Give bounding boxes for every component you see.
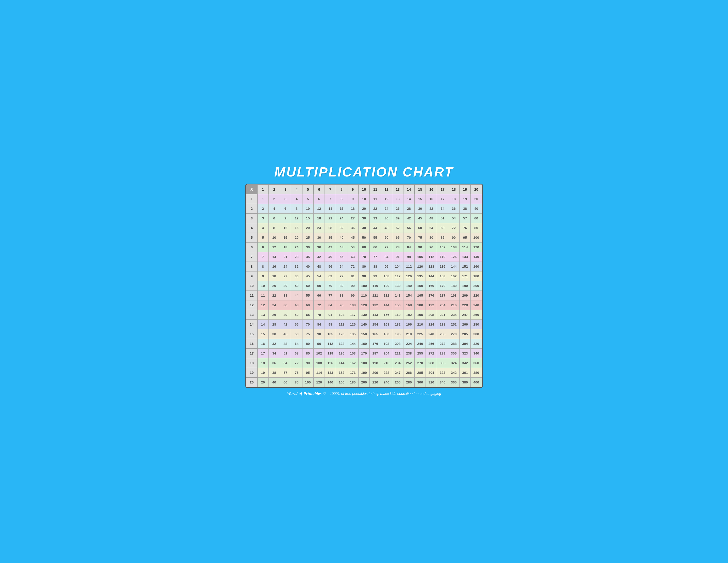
cell-14-7: 98 bbox=[325, 320, 336, 330]
cell-1-1: 1 bbox=[257, 194, 268, 204]
cell-12-16: 192 bbox=[426, 301, 437, 310]
cell-6-12: 72 bbox=[381, 242, 392, 252]
cell-6-5: 30 bbox=[302, 242, 313, 252]
cell-1-12: 12 bbox=[381, 194, 392, 204]
cell-13-16: 208 bbox=[426, 310, 437, 320]
cell-9-16: 144 bbox=[426, 271, 437, 281]
cell-1-16: 16 bbox=[426, 194, 437, 204]
page-wrapper: MULTIPLICATION CHART X123456789101112131… bbox=[240, 160, 488, 403]
cell-6-9: 54 bbox=[347, 242, 358, 252]
cell-2-17: 34 bbox=[437, 204, 448, 213]
cell-18-6: 108 bbox=[313, 358, 325, 368]
cell-4-7: 28 bbox=[325, 223, 336, 233]
cell-12-2: 24 bbox=[268, 301, 280, 310]
cell-5-16: 80 bbox=[426, 233, 437, 242]
cell-4-16: 64 bbox=[426, 223, 437, 233]
cell-12-11: 132 bbox=[370, 301, 381, 310]
row-header-18: 18 bbox=[246, 358, 257, 368]
cell-16-10: 160 bbox=[358, 339, 369, 349]
cell-16-17: 272 bbox=[437, 339, 448, 349]
cell-13-17: 221 bbox=[437, 310, 448, 320]
cell-9-18: 162 bbox=[448, 271, 459, 281]
row-header-16: 16 bbox=[246, 339, 257, 349]
cell-17-12: 204 bbox=[381, 349, 392, 358]
cell-10-9: 90 bbox=[347, 281, 358, 291]
cell-6-11: 66 bbox=[370, 242, 381, 252]
cell-14-11: 154 bbox=[370, 320, 381, 330]
cell-6-16: 96 bbox=[426, 242, 437, 252]
cell-14-8: 112 bbox=[336, 320, 347, 330]
cell-5-9: 45 bbox=[347, 233, 358, 242]
cell-15-5: 75 bbox=[302, 330, 313, 339]
col-header-18: 18 bbox=[448, 185, 459, 194]
cell-8-18: 144 bbox=[448, 262, 459, 271]
cell-5-19: 95 bbox=[459, 233, 470, 242]
cell-1-17: 17 bbox=[437, 194, 448, 204]
cell-10-7: 70 bbox=[325, 281, 336, 291]
cell-5-8: 40 bbox=[336, 233, 347, 242]
cell-8-11: 88 bbox=[370, 262, 381, 271]
cell-12-8: 96 bbox=[336, 301, 347, 310]
cell-15-13: 195 bbox=[392, 330, 403, 339]
cell-12-7: 84 bbox=[325, 301, 336, 310]
cell-14-14: 196 bbox=[403, 320, 414, 330]
x-header-cell: X bbox=[246, 185, 257, 194]
cell-17-20: 340 bbox=[471, 349, 482, 358]
cell-14-5: 70 bbox=[302, 320, 313, 330]
cell-10-8: 80 bbox=[336, 281, 347, 291]
cell-18-16: 288 bbox=[426, 358, 437, 368]
cell-17-5: 85 bbox=[302, 349, 313, 358]
cell-13-7: 91 bbox=[325, 310, 336, 320]
cell-6-15: 90 bbox=[415, 242, 426, 252]
cell-17-4: 68 bbox=[291, 349, 302, 358]
cell-6-1: 6 bbox=[257, 242, 268, 252]
cell-4-8: 32 bbox=[336, 223, 347, 233]
cell-9-15: 135 bbox=[415, 271, 426, 281]
col-header-8: 8 bbox=[336, 185, 347, 194]
cell-16-18: 288 bbox=[448, 339, 459, 349]
cell-7-11: 77 bbox=[370, 252, 381, 262]
cell-3-14: 42 bbox=[403, 213, 414, 223]
cell-9-7: 63 bbox=[325, 271, 336, 281]
cell-3-5: 15 bbox=[302, 213, 313, 223]
cell-10-20: 200 bbox=[471, 281, 482, 291]
cell-3-3: 9 bbox=[280, 213, 291, 223]
cell-2-6: 12 bbox=[313, 204, 325, 213]
cell-8-7: 56 bbox=[325, 262, 336, 271]
cell-8-4: 32 bbox=[291, 262, 302, 271]
cell-9-10: 90 bbox=[358, 271, 369, 281]
cell-16-5: 80 bbox=[302, 339, 313, 349]
cell-5-13: 65 bbox=[392, 233, 403, 242]
cell-16-4: 64 bbox=[291, 339, 302, 349]
cell-15-11: 165 bbox=[370, 330, 381, 339]
cell-15-9: 135 bbox=[347, 330, 358, 339]
cell-10-15: 150 bbox=[415, 281, 426, 291]
cell-14-16: 224 bbox=[426, 320, 437, 330]
cell-13-9: 117 bbox=[347, 310, 358, 320]
cell-3-17: 51 bbox=[437, 213, 448, 223]
col-header-3: 3 bbox=[280, 185, 291, 194]
cell-7-18: 126 bbox=[448, 252, 459, 262]
cell-6-7: 42 bbox=[325, 242, 336, 252]
row-header-4: 4 bbox=[246, 223, 257, 233]
cell-20-2: 40 bbox=[268, 378, 280, 387]
cell-6-14: 84 bbox=[403, 242, 414, 252]
cell-13-8: 104 bbox=[336, 310, 347, 320]
cell-16-9: 144 bbox=[347, 339, 358, 349]
cell-10-1: 10 bbox=[257, 281, 268, 291]
cell-15-4: 60 bbox=[291, 330, 302, 339]
cell-19-12: 228 bbox=[381, 368, 392, 378]
cell-15-17: 255 bbox=[437, 330, 448, 339]
cell-19-11: 209 bbox=[370, 368, 381, 378]
col-header-1: 1 bbox=[257, 185, 268, 194]
cell-7-1: 7 bbox=[257, 252, 268, 262]
cell-13-12: 156 bbox=[381, 310, 392, 320]
cell-2-16: 32 bbox=[426, 204, 437, 213]
cell-12-19: 228 bbox=[459, 301, 470, 310]
cell-4-4: 16 bbox=[291, 223, 302, 233]
cell-4-5: 20 bbox=[302, 223, 313, 233]
cell-3-2: 6 bbox=[268, 213, 280, 223]
cell-8-13: 104 bbox=[392, 262, 403, 271]
col-header-14: 14 bbox=[403, 185, 414, 194]
cell-2-8: 16 bbox=[336, 204, 347, 213]
